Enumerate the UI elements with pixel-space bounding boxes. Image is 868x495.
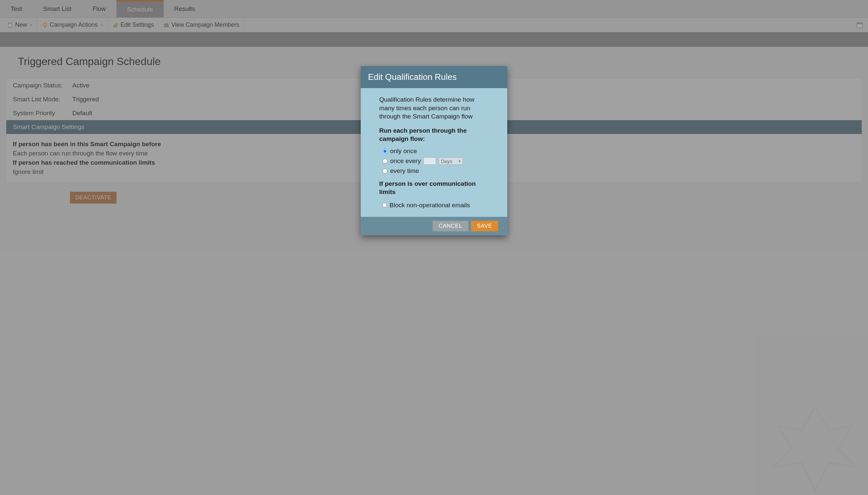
save-button[interactable]: SAVE xyxy=(471,221,498,231)
radio-every-time[interactable] xyxy=(382,169,388,174)
block-non-operational-label: Block non-operational emails xyxy=(389,202,470,209)
radio-only-once-label: only once xyxy=(390,148,417,155)
run-each-person-heading: Run each person through the campaign flo… xyxy=(379,127,485,143)
modal-intro-text: Qualification Rules determine how many t… xyxy=(379,96,491,121)
modal-footer: CANCEL SAVE xyxy=(361,217,507,235)
edit-qualification-rules-modal: Edit Qualification Rules Qualification R… xyxy=(361,66,507,235)
chevron-down-icon: ▾ xyxy=(459,159,461,163)
radio-every-time-label: every time xyxy=(390,167,419,174)
option-only-once[interactable]: only once xyxy=(379,146,497,156)
once-every-unit-label: Days xyxy=(441,158,452,164)
modal-overlay: Edit Qualification Rules Qualification R… xyxy=(0,0,868,495)
comm-limits-heading: If person is over communication limits xyxy=(379,180,485,196)
option-once-every[interactable]: once every Days ▾ xyxy=(379,156,497,166)
modal-title: Edit Qualification Rules xyxy=(361,66,507,88)
radio-once-every-label: once every xyxy=(390,157,421,165)
radio-once-every[interactable] xyxy=(382,159,388,164)
block-non-operational-checkbox[interactable] xyxy=(382,203,387,207)
once-every-unit-select[interactable]: Days ▾ xyxy=(439,157,463,165)
once-every-value-input[interactable] xyxy=(423,157,436,165)
block-non-operational-row[interactable]: Block non-operational emails xyxy=(379,200,497,209)
option-every-time[interactable]: every time xyxy=(379,166,497,176)
radio-only-once[interactable] xyxy=(382,149,388,154)
cancel-button[interactable]: CANCEL xyxy=(433,221,468,231)
